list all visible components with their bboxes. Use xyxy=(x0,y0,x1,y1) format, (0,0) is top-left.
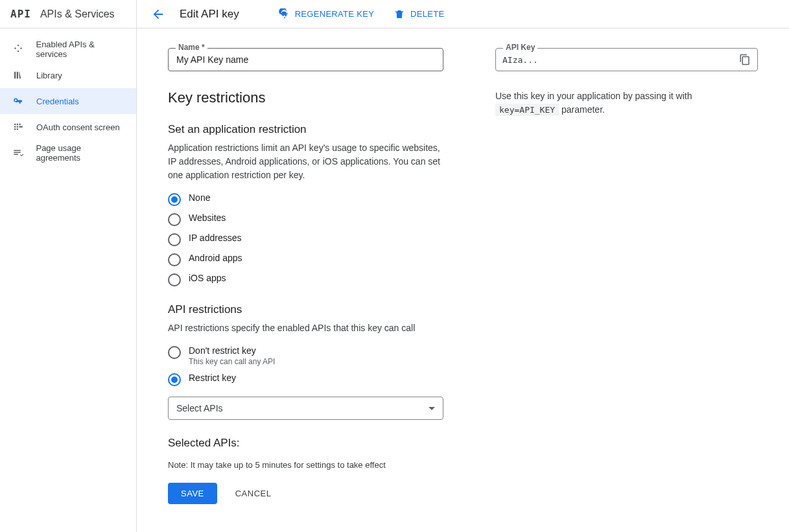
app-radio-none[interactable]: None xyxy=(168,192,443,206)
sidebar-item-oauth-consent[interactable]: OAuth consent screen xyxy=(0,114,136,140)
radio-label: iOS apps xyxy=(189,273,226,283)
radio-label: None xyxy=(189,192,210,203)
api-key-help-pre: Use this key in your application by pass… xyxy=(495,91,692,101)
delete-label: Delete xyxy=(410,9,444,19)
radio-icon xyxy=(168,233,181,246)
sidebar-item-label: Page usage agreements xyxy=(36,143,126,163)
save-button[interactable]: Save xyxy=(168,483,217,504)
name-field-legend: Name * xyxy=(176,43,207,52)
selected-apis-heading: Selected APIs: xyxy=(168,437,443,450)
sidebar: API APIs & Services Enabled APIs & servi… xyxy=(0,0,137,532)
radio-label: IP addresses xyxy=(189,233,241,243)
application-restriction-heading: Set an application restriction xyxy=(168,123,443,136)
cancel-button[interactable]: Cancel xyxy=(231,488,276,499)
app-radio-android[interactable]: Android apps xyxy=(168,253,443,266)
api-restriction-radios: Don't restrict key This key can call any… xyxy=(168,345,443,386)
back-arrow-icon[interactable] xyxy=(151,7,165,21)
content: Name * Key restrictions Set an applicati… xyxy=(137,29,789,532)
sidebar-item-credentials[interactable]: Credentials xyxy=(0,88,136,114)
radio-sublabel: This key can call any API xyxy=(189,357,275,366)
product-title: APIs & Services xyxy=(40,8,115,20)
radio-icon xyxy=(168,373,181,386)
sidebar-nav: Enabled APIs & services Library Credenti… xyxy=(0,29,136,166)
radio-icon xyxy=(168,253,181,266)
regenerate-key-button[interactable]: Regenerate key xyxy=(278,8,374,20)
api-key-legend: API Key xyxy=(503,43,537,52)
radio-label: Android apps xyxy=(189,253,242,263)
radio-icon xyxy=(168,346,181,359)
sidebar-item-page-usage[interactable]: Page usage agreements xyxy=(0,140,136,166)
key-icon xyxy=(10,93,26,109)
api-key-help-post: parameter. xyxy=(559,104,605,115)
library-icon xyxy=(10,67,26,83)
name-input[interactable] xyxy=(175,54,436,65)
radio-icon xyxy=(168,273,181,286)
radio-label: Restrict key xyxy=(189,373,236,383)
sidebar-item-label: Credentials xyxy=(36,97,79,106)
select-apis-dropdown[interactable]: Select APIs xyxy=(168,397,443,420)
consent-icon xyxy=(10,119,26,135)
api-key-value: AIza... xyxy=(502,55,739,65)
refresh-icon xyxy=(278,8,290,20)
services-icon xyxy=(10,41,25,57)
api-radio-dont-restrict[interactable]: Don't restrict key This key can call any… xyxy=(168,345,443,366)
trash-icon xyxy=(394,8,405,20)
sidebar-header: API APIs & Services xyxy=(0,0,136,29)
select-apis-label: Select APIs xyxy=(176,403,223,413)
app-radio-ip[interactable]: IP addresses xyxy=(168,233,443,246)
radio-icon xyxy=(168,193,181,206)
page-title: Edit API key xyxy=(180,8,239,21)
sidebar-item-enabled-apis[interactable]: Enabled APIs & services xyxy=(0,36,136,62)
application-restriction-description: Application restrictions limit an API ke… xyxy=(168,141,440,182)
product-logo: API xyxy=(10,8,31,20)
api-key-help: Use this key in your application by pass… xyxy=(495,89,758,117)
top-bar: Edit API key Regenerate key Delete xyxy=(137,0,789,29)
agreements-icon xyxy=(10,145,25,161)
delete-button[interactable]: Delete xyxy=(394,8,444,20)
key-restrictions-heading: Key restrictions xyxy=(168,89,443,106)
main: Edit API key Regenerate key Delete xyxy=(137,0,789,532)
sidebar-item-label: OAuth consent screen xyxy=(36,122,120,132)
radio-label: Websites xyxy=(189,213,226,223)
settings-delay-note: Note: It may take up to 5 minutes for se… xyxy=(168,460,443,470)
api-key-field: API Key AIza... xyxy=(495,48,758,71)
radio-label: Don't restrict key xyxy=(189,345,256,356)
application-restriction-radios: None Websites IP addresses Android xyxy=(168,192,443,286)
api-restrictions-description: API restrictions specify the enabled API… xyxy=(168,321,440,335)
app-radio-ios[interactable]: iOS apps xyxy=(168,273,443,286)
dropdown-caret-icon xyxy=(429,407,435,410)
sidebar-item-label: Enabled APIs & services xyxy=(36,40,126,59)
api-key-help-code: key=API_KEY xyxy=(495,104,559,116)
sidebar-item-library[interactable]: Library xyxy=(0,62,136,88)
app-radio-websites[interactable]: Websites xyxy=(168,213,443,226)
api-restrictions-heading: API restrictions xyxy=(168,303,443,316)
name-field: Name * xyxy=(168,48,443,71)
sidebar-item-label: Library xyxy=(36,71,62,80)
copy-icon[interactable] xyxy=(739,54,751,65)
radio-icon xyxy=(168,213,181,226)
regenerate-label: Regenerate key xyxy=(295,9,374,19)
api-radio-restrict[interactable]: Restrict key xyxy=(168,373,443,386)
